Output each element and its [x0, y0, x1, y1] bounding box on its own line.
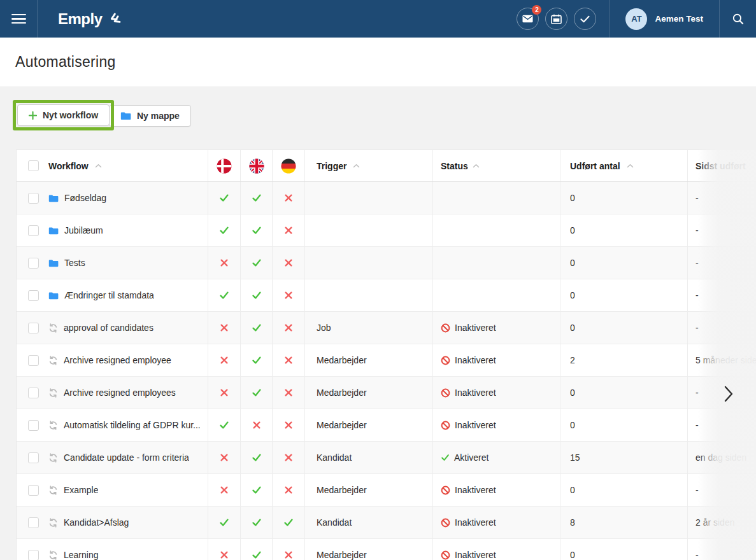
count-cell: 0 [560, 279, 687, 311]
table-row[interactable]: Learning Medarbejder Inaktiveret 0 - [17, 539, 756, 560]
table-row[interactable]: Fødseldag 0 - [17, 182, 756, 214]
language-da-disabled [208, 474, 240, 506]
sort-chevron-icon [95, 164, 102, 168]
count-cell: 0 [560, 409, 687, 441]
last-run-cell: - [687, 182, 756, 214]
workflow-sync-icon [48, 421, 58, 430]
trigger-cell: Kandidat [304, 507, 432, 538]
row-checkbox[interactable] [28, 193, 39, 204]
table-row[interactable]: Kandidat>Afslag Kandidat Inaktiveret 8 2… [17, 507, 756, 539]
highlight-box: Nyt workflow [13, 100, 114, 130]
messages-button[interactable]: 2 [517, 8, 539, 30]
status-cell: Inaktiveret [432, 344, 560, 376]
user-menu[interactable]: AT Aemen Test [610, 0, 719, 38]
workflow-sync-icon [48, 453, 58, 463]
status-inactive-icon [441, 550, 450, 560]
check-icon [219, 290, 229, 300]
row-checkbox[interactable] [28, 290, 39, 301]
german-flag-icon [281, 158, 296, 174]
table-row[interactable]: Candidate update - form criteria Kandida… [17, 442, 756, 474]
workflow-sync-icon [48, 388, 58, 398]
language-en-enabled [240, 247, 272, 279]
workflow-name: Learning [64, 550, 99, 560]
status-active-icon [441, 453, 450, 462]
calendar-icon [551, 14, 562, 24]
table-row[interactable]: Jubilæum 0 - [17, 214, 756, 247]
table-row[interactable]: approval of candidates Job Inaktiveret 0… [17, 312, 756, 344]
last-run-cell: - [687, 474, 756, 506]
count-cell: 0 [560, 247, 687, 279]
count-cell: 0 [560, 539, 687, 560]
cross-icon [284, 453, 293, 462]
count-cell: 0 [560, 474, 687, 506]
table-row[interactable]: Example Medarbejder Inaktiveret 0 - [17, 474, 756, 507]
column-header-last-run[interactable]: Sidst udført [687, 150, 756, 181]
language-de-disabled [272, 539, 304, 560]
column-header-count[interactable]: Udført antal [560, 150, 687, 181]
count-cell: 15 [560, 442, 687, 473]
top-navbar: Emply 2 [0, 0, 756, 38]
select-all-checkbox[interactable] [28, 160, 39, 171]
scroll-right-button[interactable] [718, 382, 739, 405]
envelope-icon [522, 15, 533, 23]
row-checkbox[interactable] [28, 550, 39, 560]
status-inactive-icon [441, 323, 450, 333]
language-da-disabled [208, 344, 240, 376]
workflow-name: Archive resigned employee [64, 355, 171, 365]
column-header-german [272, 150, 304, 181]
trigger-cell: Job [304, 312, 432, 344]
check-icon [252, 258, 262, 268]
column-header-workflow[interactable]: Workflow [44, 150, 208, 181]
table-row[interactable]: Tests 0 - [17, 247, 756, 279]
emply-logo[interactable]: Emply [54, 10, 124, 29]
row-checkbox[interactable] [28, 323, 39, 333]
table-row[interactable]: Archive resigned employees Medarbejder I… [17, 377, 756, 409]
new-workflow-button[interactable]: Nyt workflow [17, 104, 110, 126]
workflow-name: Ændringer til stamdata [64, 290, 154, 300]
row-checkbox[interactable] [28, 485, 39, 496]
user-name: Aemen Test [655, 14, 703, 24]
language-en-enabled [240, 474, 272, 506]
status-cell: Inaktiveret [432, 507, 560, 538]
table-row[interactable]: Automatisk tildeling af GDPR kur... Meda… [17, 409, 756, 442]
folder-icon [48, 227, 59, 235]
tasks-button[interactable] [574, 8, 596, 30]
table-row[interactable]: Archive resigned employee Medarbejder In… [17, 344, 756, 377]
column-header-trigger[interactable]: Trigger [304, 150, 432, 181]
row-checkbox[interactable] [28, 225, 39, 236]
cross-icon [220, 356, 229, 365]
row-checkbox[interactable] [28, 258, 39, 269]
language-da-enabled [208, 182, 240, 214]
row-checkbox[interactable] [28, 388, 39, 398]
trigger-cell: Medarbejder [304, 344, 432, 376]
cross-icon [252, 421, 261, 430]
workflow-sync-icon [48, 323, 58, 333]
count-cell: 0 [560, 182, 687, 214]
new-folder-button[interactable]: Ny mappe [109, 105, 191, 127]
table-row[interactable]: Ændringer til stamdata 0 - [17, 279, 756, 312]
language-de-disabled [272, 182, 304, 214]
language-de-disabled [272, 214, 304, 246]
row-checkbox[interactable] [28, 452, 39, 463]
column-header-status[interactable]: Status [432, 150, 560, 181]
cross-icon [220, 323, 229, 332]
uk-flag-icon [249, 158, 264, 174]
trigger-cell [304, 279, 432, 311]
status-cell: Inaktiveret [432, 474, 560, 506]
status-label: Inaktiveret [455, 550, 496, 560]
language-da-disabled [208, 312, 240, 344]
cross-icon [220, 550, 229, 559]
workflow-name: approval of candidates [64, 323, 153, 333]
row-checkbox[interactable] [28, 517, 39, 528]
menu-button[interactable] [0, 0, 37, 38]
language-da-enabled [208, 409, 240, 441]
workflow-name: Example [64, 485, 98, 495]
language-de-disabled [272, 247, 304, 279]
search-button[interactable] [720, 0, 756, 38]
last-run-cell: 5 måneder siden [687, 344, 756, 376]
row-checkbox[interactable] [28, 420, 39, 431]
calendar-button[interactable] [545, 8, 567, 30]
folder-icon [48, 194, 59, 202]
row-checkbox[interactable] [28, 355, 39, 366]
trigger-cell: Medarbejder [304, 539, 432, 560]
